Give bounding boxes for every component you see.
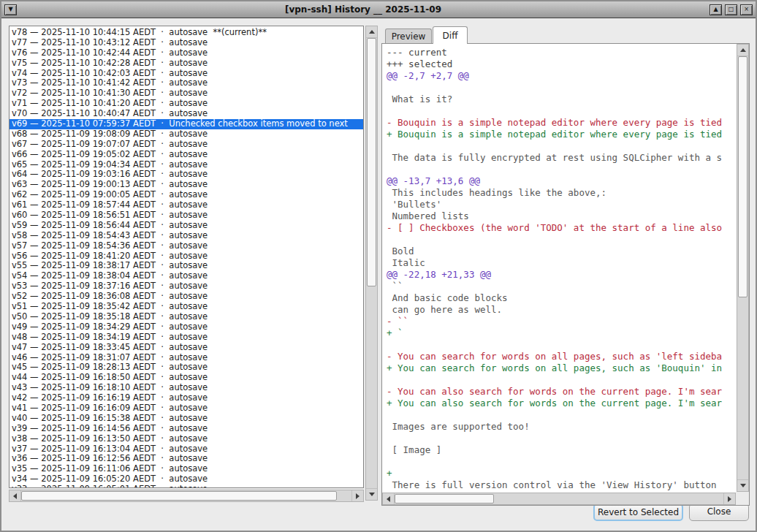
close-icon: × <box>744 7 749 12</box>
scroll-left-icon[interactable] <box>9 490 21 501</box>
scrollbar-corner <box>736 492 749 505</box>
history-row[interactable]: v78 — 2025-11-10 10:44:15 AEDT · autosav… <box>9 28 363 38</box>
diff-line: [ Image ] <box>387 444 736 456</box>
history-vscrollbar[interactable] <box>365 26 378 501</box>
diff-line <box>387 164 736 175</box>
history-row[interactable]: v75 — 2025-11-10 10:42:28 AEDT · autosav… <box>9 58 363 69</box>
diff-line: + Bouquin is a simple notepad editor whe… <box>387 129 736 140</box>
diff-text[interactable]: --- current+++ selected@@ -2,7 +2,7 @@ W… <box>382 44 736 492</box>
history-row[interactable]: v70 — 2025-11-10 10:40:47 AEDT · autosav… <box>9 109 363 119</box>
diff-line <box>387 82 736 94</box>
history-hscrollbar[interactable] <box>9 490 364 502</box>
history-row[interactable]: v63 — 2025-11-09 19:00:13 AEDT · autosav… <box>9 180 363 190</box>
window-menu-button[interactable]: ▼ <box>4 4 17 15</box>
revert-to-selected-button[interactable]: Revert to Selected <box>593 503 683 521</box>
history-row[interactable]: v61 — 2025-11-09 18:57:44 AEDT · autosav… <box>9 200 363 210</box>
history-row[interactable]: v39 — 2025-11-09 16:14:56 AEDT · autosav… <box>9 424 363 434</box>
scroll-up-icon[interactable] <box>737 45 748 56</box>
history-row[interactable]: v47 — 2025-11-09 18:33:45 AEDT · autosav… <box>9 343 363 353</box>
history-row[interactable]: v43 — 2025-11-09 16:18:10 AEDT · autosav… <box>9 383 363 393</box>
diff-line <box>387 234 736 246</box>
history-row[interactable]: v71 — 2025-11-10 10:41:20 AEDT · autosav… <box>9 99 363 109</box>
history-row[interactable]: v34 — 2025-11-09 16:05:20 AEDT · autosav… <box>9 474 363 484</box>
diff-line <box>387 433 736 444</box>
history-row[interactable]: v37 — 2025-11-09 16:13:04 AEDT · autosav… <box>9 444 363 455</box>
history-row[interactable]: v58 — 2025-11-09 18:54:43 AEDT · autosav… <box>9 231 363 241</box>
history-row[interactable]: v65 — 2025-11-09 19:04:34 AEDT · autosav… <box>9 160 363 170</box>
history-row[interactable]: v64 — 2025-11-09 19:03:16 AEDT · autosav… <box>9 170 363 180</box>
diff-line: can go here as well. <box>387 304 736 316</box>
scroll-left-icon[interactable] <box>383 493 395 504</box>
scroll-up-icon[interactable] <box>366 26 377 38</box>
history-row[interactable]: v41 — 2025-11-09 16:16:09 AEDT · autosav… <box>9 403 363 414</box>
diff-line: - [ ] Checkboxes (the word 'TODO' at the… <box>387 222 736 234</box>
diff-panel: --- current+++ selected@@ -2,7 +2,7 @@ W… <box>381 43 750 506</box>
history-row[interactable]: v49 — 2025-11-09 18:34:29 AEDT · autosav… <box>9 322 363 332</box>
history-vscrollbar-thumb[interactable] <box>367 38 376 286</box>
diff-line: What is it? <box>387 94 736 105</box>
history-row[interactable]: v33 — 2025-11-09 16:05:01 AEDT · autosav… <box>9 484 363 488</box>
history-row[interactable]: v50 — 2025-11-09 18:35:18 AEDT · autosav… <box>9 312 363 322</box>
history-row[interactable]: v69 — 2025-11-10 07:59:37 AEDT · Uncheck… <box>9 119 363 129</box>
tab-preview[interactable]: Preview <box>385 28 432 43</box>
maximize-button[interactable]: □ <box>725 4 737 15</box>
history-row[interactable]: v45 — 2025-11-09 18:28:13 AEDT · autosav… <box>9 362 363 373</box>
history-list[interactable]: v78 — 2025-11-10 10:44:15 AEDT · autosav… <box>9 26 364 488</box>
history-row[interactable]: v57 — 2025-11-09 18:54:36 AEDT · autosav… <box>9 241 363 251</box>
history-row[interactable]: v51 — 2025-11-09 18:35:42 AEDT · autosav… <box>9 302 363 312</box>
history-row[interactable]: v35 — 2025-11-09 16:11:06 AEDT · autosav… <box>9 464 363 474</box>
tab-diff[interactable]: Diff <box>433 26 468 44</box>
history-row[interactable]: v60 — 2025-11-09 18:56:51 AEDT · autosav… <box>9 210 363 221</box>
scroll-down-icon[interactable] <box>737 479 748 491</box>
shade-icon: ▲ <box>713 7 718 12</box>
diff-line <box>387 140 736 152</box>
diff-line: --- current <box>387 47 736 58</box>
tab-preview-label: Preview <box>392 31 426 42</box>
history-row[interactable]: v59 — 2025-11-09 18:56:44 AEDT · autosav… <box>9 221 363 231</box>
diff-line: This includes headings like the above,: <box>387 187 736 199</box>
scroll-right-icon[interactable] <box>351 490 363 501</box>
history-row[interactable]: v77 — 2025-11-10 10:43:12 AEDT · autosav… <box>9 38 363 48</box>
scroll-right-icon[interactable] <box>723 493 735 504</box>
titlebar: ▼ [vpn-ssh] History __ 2025-11-09 ▲ □ × <box>1 1 756 18</box>
shade-button[interactable]: ▲ <box>710 4 722 15</box>
diff-line: @@ -2,7 +2,7 @@ <box>387 70 736 82</box>
history-row[interactable]: v66 — 2025-11-09 19:05:02 AEDT · autosav… <box>9 150 363 160</box>
history-row[interactable]: v67 — 2025-11-09 19:07:07 AEDT · autosav… <box>9 140 363 150</box>
history-row[interactable]: v40 — 2025-11-09 16:15:38 AEDT · autosav… <box>9 414 363 424</box>
history-row[interactable]: v48 — 2025-11-09 18:34:19 AEDT · autosav… <box>9 332 363 343</box>
history-row[interactable]: v73 — 2025-11-10 10:41:42 AEDT · autosav… <box>9 78 363 88</box>
history-row[interactable]: v44 — 2025-11-09 16:18:50 AEDT · autosav… <box>9 373 363 383</box>
diff-line: There is full version control via the 'V… <box>387 479 736 491</box>
diff-line <box>387 456 736 468</box>
diff-line: @@ -22,18 +21,33 @@ <box>387 269 736 281</box>
diff-vscrollbar-thumb[interactable] <box>738 56 748 297</box>
history-row[interactable]: v52 — 2025-11-09 18:36:08 AEDT · autosav… <box>9 292 363 302</box>
close-dialog-button[interactable]: Close <box>689 503 749 521</box>
history-row[interactable]: v36 — 2025-11-09 16:12:56 AEDT · autosav… <box>9 454 363 464</box>
history-hscrollbar-thumb[interactable] <box>21 491 337 501</box>
diff-line <box>387 339 736 351</box>
diff-line: The data is fully encrypted at rest usin… <box>387 152 736 164</box>
history-row[interactable]: v42 — 2025-11-09 16:16:19 AEDT · autosav… <box>9 393 363 403</box>
diff-line <box>387 374 736 386</box>
scroll-down-icon[interactable] <box>366 488 377 500</box>
history-row[interactable]: v46 — 2025-11-09 18:31:07 AEDT · autosav… <box>9 353 363 363</box>
diff-hscrollbar-thumb[interactable] <box>395 494 494 503</box>
history-row[interactable]: v72 — 2025-11-10 10:41:30 AEDT · autosav… <box>9 88 363 99</box>
history-row[interactable]: v56 — 2025-11-09 18:41:20 AEDT · autosav… <box>9 251 363 262</box>
close-window-button[interactable]: × <box>740 4 753 15</box>
history-row[interactable]: v74 — 2025-11-10 10:42:03 AEDT · autosav… <box>9 69 363 79</box>
diff-hscrollbar[interactable] <box>382 493 736 505</box>
history-row[interactable]: v68 — 2025-11-09 19:08:09 AEDT · autosav… <box>9 129 363 140</box>
history-row[interactable]: v53 — 2025-11-09 18:37:16 AEDT · autosav… <box>9 281 363 292</box>
diff-line: And basic code blocks <box>387 292 736 304</box>
diff-line: - You can search for words on all pages,… <box>387 351 736 362</box>
history-row[interactable]: v54 — 2025-11-09 18:38:04 AEDT · autosav… <box>9 271 363 281</box>
diff-vscrollbar[interactable] <box>737 44 749 492</box>
history-row[interactable]: v76 — 2025-11-10 10:42:44 AEDT · autosav… <box>9 48 363 58</box>
history-row[interactable]: v62 — 2025-11-09 19:00:05 AEDT · autosav… <box>9 190 363 200</box>
diff-line: `` <box>387 281 736 292</box>
history-row[interactable]: v55 — 2025-11-09 18:38:17 AEDT · autosav… <box>9 261 363 271</box>
history-row[interactable]: v38 — 2025-11-09 16:13:50 AEDT · autosav… <box>9 434 363 444</box>
